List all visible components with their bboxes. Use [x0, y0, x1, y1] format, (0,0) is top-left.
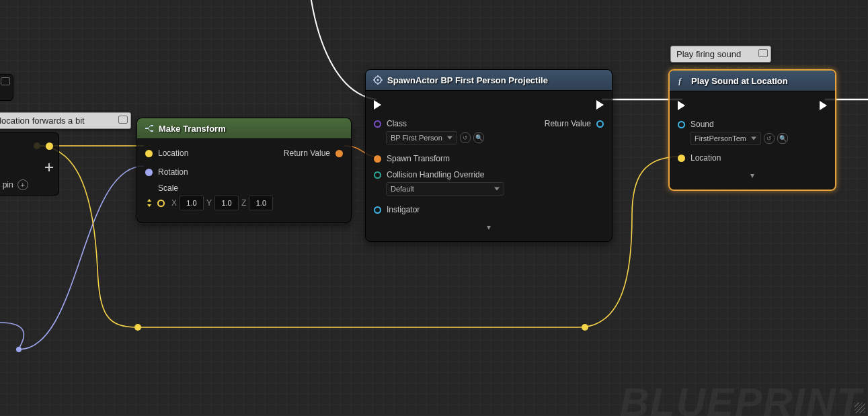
exec-pin-out[interactable] [820, 101, 827, 110]
class-dropdown[interactable]: BP First Person [386, 131, 457, 144]
pin-out-transform[interactable] [336, 150, 343, 157]
svg-text:f: f [678, 76, 682, 85]
pin-in-spawn-transform[interactable] [374, 155, 381, 163]
pin-label: Collision Handling Override [387, 170, 484, 179]
pin-label: Return Value [545, 119, 591, 128]
node-title: SpawnActor BP First Person Projectile [387, 75, 548, 85]
pin-out-return[interactable] [596, 120, 604, 128]
axis-label-x: X [171, 198, 177, 208]
pin-in-scale[interactable] [145, 199, 153, 207]
sound-dropdown[interactable]: FirstPersonTem [690, 132, 761, 145]
pin-label: Sound [691, 120, 714, 129]
pin-in-collision[interactable] [374, 171, 381, 179]
pin-in-location[interactable] [145, 150, 153, 157]
exec-pin-in[interactable] [678, 101, 685, 110]
axis-label-y: Y [206, 198, 212, 208]
pin-label: Rotation [158, 167, 188, 177]
pin-label: Spawn Transform [387, 154, 450, 163]
scale-y-input[interactable] [214, 196, 239, 210]
scale-x-input[interactable] [180, 196, 204, 210]
node-spawn-actor[interactable]: SpawnActor BP First Person Projectile Cl… [365, 69, 613, 242]
node-header[interactable]: SpawnActor BP First Person Projectile [366, 70, 612, 91]
svg-rect-5 [151, 125, 153, 126]
exec-pin-in[interactable] [374, 100, 381, 110]
function-icon: f [676, 75, 687, 86]
pin-label: Instigator [387, 205, 420, 214]
node-title: Play Sound at Location [691, 76, 788, 86]
blueprint-watermark: BLUEPRINT [620, 379, 863, 416]
expand-chevron-icon[interactable]: ▾ [374, 221, 604, 233]
resize-handle[interactable] [855, 403, 865, 413]
node-header[interactable]: f Play Sound at Location [670, 71, 835, 91]
browse-icon[interactable]: 🔍 [473, 132, 484, 143]
node-play-sound[interactable]: f Play Sound at Location Sound FirstPers… [668, 69, 836, 191]
pin-label: Return Value [284, 149, 330, 158]
pin-out-vector[interactable] [46, 142, 53, 150]
comment-text: Play firing sound [676, 49, 741, 59]
pin-in-rotation[interactable] [145, 169, 153, 176]
add-pin-label[interactable]: Add pin [0, 180, 13, 190]
comment-bubble-icon [118, 116, 128, 124]
add-pin-plus-icon[interactable]: + [17, 179, 28, 190]
browse-icon[interactable]: 🔍 [777, 133, 788, 144]
svg-rect-4 [145, 128, 148, 129]
pin-in-scale-struct[interactable] [157, 200, 165, 207]
axis-label-z: Z [241, 198, 246, 208]
comment-spawn-location[interactable]: wn location forwards a bit [0, 112, 131, 129]
pin-in-sound[interactable] [678, 121, 685, 128]
pin-in-class[interactable] [374, 120, 381, 128]
exec-pin-out[interactable] [596, 100, 604, 110]
make-struct-icon [144, 123, 155, 134]
node-make-transform[interactable]: Make Transform Location Return Value Rot… [136, 118, 352, 223]
comment-text: wn location forwards a bit [0, 116, 85, 126]
pin-label: Location [691, 153, 721, 163]
pin-label: Scale [158, 183, 178, 193]
spawn-icon [372, 75, 383, 85]
reset-icon[interactable]: ↺ [764, 133, 775, 144]
comment-play-sound[interactable]: Play firing sound [670, 46, 771, 63]
node-title: Make Transform [159, 124, 226, 134]
pin-in-instigator[interactable] [374, 206, 381, 214]
comment-bubble-icon [758, 49, 768, 57]
plus-icon [45, 163, 53, 171]
pin-label: Location [158, 149, 188, 158]
pin-label: Class [387, 119, 407, 128]
collision-dropdown[interactable]: Default [386, 182, 504, 196]
node-fragment-addpin[interactable]: Add pin + [0, 132, 59, 196]
node-header[interactable]: Make Transform [137, 118, 351, 139]
expand-chevron-icon[interactable]: ▾ [678, 169, 827, 181]
svg-point-8 [377, 79, 379, 81]
svg-rect-6 [151, 130, 153, 132]
pin-in-location[interactable] [678, 155, 685, 162]
reset-icon[interactable]: ↺ [460, 132, 471, 143]
node-fragment-top[interactable] [0, 74, 13, 101]
comment-bubble-icon [1, 77, 10, 85]
scale-z-input[interactable] [249, 196, 273, 210]
